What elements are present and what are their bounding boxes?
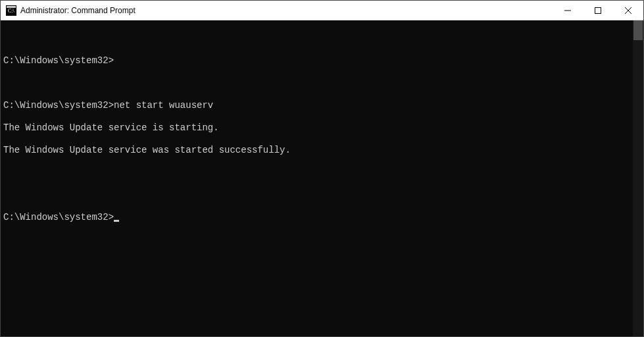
terminal-output: The Windows Update service was started s… <box>3 145 641 156</box>
terminal-current-prompt: C:\Windows\system32> <box>3 212 641 223</box>
svg-text:C:\: C:\ <box>8 8 15 14</box>
minimize-button[interactable] <box>553 1 583 20</box>
terminal-command-line: C:\Windows\system32>net start wuauserv <box>3 100 641 111</box>
terminal-output: The Windows Update service is starting. <box>3 122 641 134</box>
terminal-command: net start wuauserv <box>114 100 213 111</box>
terminal-line <box>3 190 641 201</box>
close-button[interactable] <box>613 1 643 20</box>
terminal-prompt: C:\Windows\system32> <box>3 212 114 222</box>
terminal-line <box>3 33 641 44</box>
scrollbar-thumb[interactable] <box>633 20 643 40</box>
titlebar[interactable]: C:\ Administrator: Command Prompt <box>1 1 643 20</box>
svg-rect-4 <box>595 8 601 14</box>
scrollbar[interactable] <box>633 20 643 336</box>
terminal-area[interactable]: C:\Windows\system32> C:\Windows\system32… <box>1 20 643 336</box>
window-controls <box>553 1 643 20</box>
cmd-icon: C:\ <box>6 5 16 16</box>
maximize-button[interactable] <box>583 1 613 20</box>
terminal-prompt: C:\Windows\system32> <box>3 100 114 111</box>
terminal-line <box>3 78 641 89</box>
terminal-line <box>3 167 641 178</box>
window-title: Administrator: Command Prompt <box>20 1 553 20</box>
terminal-prompt: C:\Windows\system32> <box>3 55 641 66</box>
cursor-icon <box>114 220 119 222</box>
